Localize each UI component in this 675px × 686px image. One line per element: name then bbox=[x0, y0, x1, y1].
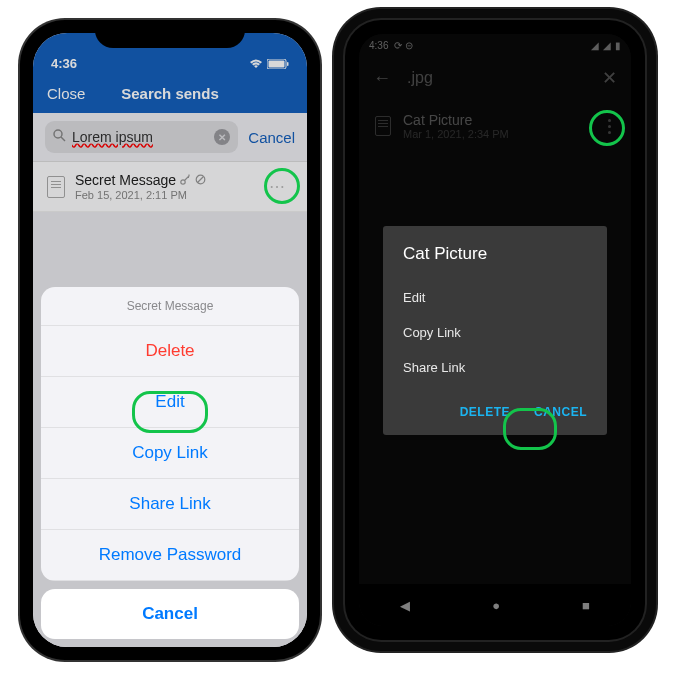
sheet-cancel-button[interactable]: Cancel bbox=[41, 589, 299, 639]
sheet-header: Secret Message bbox=[41, 287, 299, 326]
sheet-sharelink-button[interactable]: Share Link bbox=[41, 479, 299, 530]
dialog-title: Cat Picture bbox=[403, 244, 587, 264]
dialog-sharelink-button[interactable]: Share Link bbox=[403, 350, 587, 385]
dialog-cancel-button[interactable]: CANCEL bbox=[534, 399, 587, 425]
iphone-device: 4:36 Close Search sends Lorem ipsum ✕ bbox=[20, 20, 320, 660]
dialog-overlay[interactable]: Cat Picture Edit Copy Link Share Link DE… bbox=[359, 34, 631, 626]
sheet-edit-button[interactable]: Edit bbox=[41, 377, 299, 428]
iphone-notch bbox=[95, 20, 245, 48]
android-screen: 4:36 ⟳ ⊝ ◢ ◢ ▮ ← .jpg ✕ Cat Picture Mar … bbox=[359, 34, 631, 626]
sheet-copylink-button[interactable]: Copy Link bbox=[41, 428, 299, 479]
dialog-delete-button[interactable]: DELETE bbox=[460, 399, 510, 425]
options-dialog: Cat Picture Edit Copy Link Share Link DE… bbox=[383, 226, 607, 435]
dialog-copylink-button[interactable]: Copy Link bbox=[403, 315, 587, 350]
android-device: 4:36 ⟳ ⊝ ◢ ◢ ▮ ← .jpg ✕ Cat Picture Mar … bbox=[345, 20, 645, 640]
iphone-screen: 4:36 Close Search sends Lorem ipsum ✕ bbox=[33, 33, 307, 647]
sheet-removepassword-button[interactable]: Remove Password bbox=[41, 530, 299, 581]
action-sheet: Secret Message Delete Edit Copy Link Sha… bbox=[41, 287, 299, 581]
dialog-edit-button[interactable]: Edit bbox=[403, 280, 587, 315]
action-sheet-overlay[interactable]: Secret Message Delete Edit Copy Link Sha… bbox=[33, 33, 307, 647]
sheet-delete-button[interactable]: Delete bbox=[41, 326, 299, 377]
